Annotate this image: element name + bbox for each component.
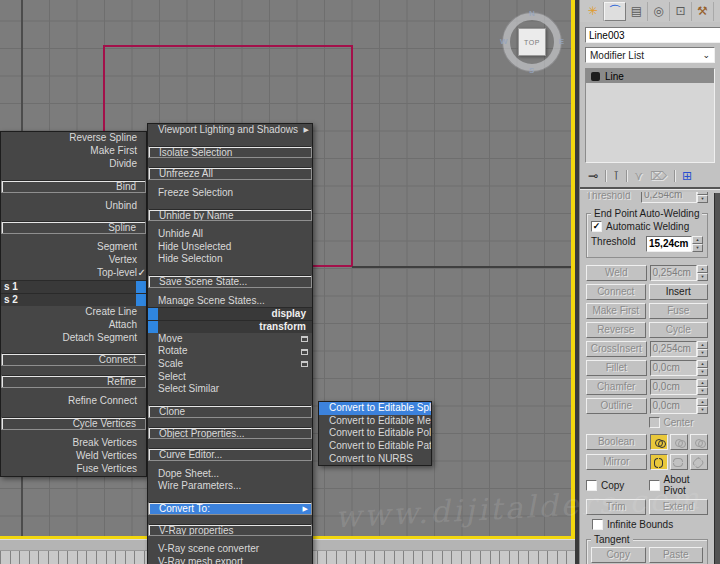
viewcube-compass[interactable]: TOP N S W E (503, 13, 561, 71)
menu-item-cycle-vertices[interactable]: Cycle Vertices (1, 417, 146, 430)
chamfer-button: Chamfer (586, 379, 647, 395)
fillet-spinner: 0,0cm ▲▼ (650, 360, 709, 376)
menu-item-freeze-selection[interactable]: Freeze Selection (148, 187, 312, 200)
menu-item-convert-nurbs[interactable]: Convert to NURBS (319, 453, 431, 466)
menu-item-weld-vertices[interactable]: Weld Vertices (1, 450, 146, 463)
menu-item-scale[interactable]: Scale (148, 358, 312, 371)
modifier-visibility-icon[interactable] (591, 72, 600, 81)
spinner-up-icon[interactable]: ▲ (692, 236, 703, 244)
spinner-down-icon[interactable]: ▼ (692, 244, 703, 252)
menu-item-convert-editable-patch[interactable]: Convert to Editable Patch (319, 440, 431, 453)
menu-item-hide-selection[interactable]: Hide Selection (148, 253, 312, 266)
menu-item-vertex[interactable]: Vertex (1, 254, 146, 267)
menu-item-divide[interactable]: Divide (1, 158, 146, 171)
show-end-result-icon[interactable]: ⊺ (613, 169, 619, 183)
menu-item-bind[interactable]: Bind (1, 180, 146, 193)
geometry-rollout: Threshold 0,254cm ▲▼ End Point Auto-Weld… (580, 190, 720, 564)
settings-box-icon[interactable] (301, 349, 308, 355)
motion-tab-icon[interactable]: ◎ (648, 2, 670, 21)
fuse-button: Fuse (649, 303, 709, 319)
menu-item-hide-unselected[interactable]: Hide Unselected (148, 241, 312, 254)
menu-item-convert-editable-poly[interactable]: Convert to Editable Poly (319, 427, 431, 440)
settings-box-icon[interactable] (301, 361, 308, 367)
infinite-bounds-checkbox[interactable] (592, 519, 603, 530)
end-point-auto-welding-group: End Point Auto-Welding ✓ Automatic Weldi… (586, 213, 708, 258)
menu-item-convert-editable-spline[interactable]: Convert to Editable Spline (319, 402, 431, 415)
tangent-paste-button: Paste (649, 547, 704, 563)
boolean-union-icon[interactable] (650, 434, 668, 450)
automatic-welding-checkbox[interactable]: ✓ (591, 221, 602, 232)
menu-item-unhide-all[interactable]: Unhide All (148, 228, 312, 241)
quad-title-transform: transform (148, 320, 312, 333)
menu-item-refine[interactable]: Refine (1, 375, 146, 388)
trim-button: Trim (586, 499, 646, 515)
viewcube-face-label[interactable]: TOP (518, 28, 546, 56)
hierarchy-tab-icon[interactable]: ▤ (626, 2, 648, 21)
menu-item-segment[interactable]: Segment (1, 241, 146, 254)
menu-item-top-level[interactable]: Top-level✓ (1, 267, 146, 280)
outline-button: Outline (586, 398, 647, 414)
threshold-spinner[interactable]: 15,24cm ▲▼ (646, 236, 703, 252)
menu-item-create-line[interactable]: Create Line (1, 306, 146, 319)
settings-box-icon[interactable] (301, 336, 308, 342)
panel-scrollbar[interactable] (714, 193, 720, 564)
quad-title-tools-2: s 2 (1, 293, 146, 306)
compass-north: N (529, 9, 535, 18)
menu-item-spline[interactable]: Spline (1, 221, 146, 234)
menu-item-vray-scene-converter[interactable]: V-Ray scene converter (148, 543, 312, 556)
menu-item-connect[interactable]: Connect (1, 353, 146, 366)
modifier-stack-item-line[interactable]: Line (586, 69, 714, 83)
weld-button: Weld (586, 265, 647, 281)
menu-item-reverse-spline[interactable]: Reverse Spline (1, 132, 146, 145)
display-tab-icon[interactable]: ⊡ (670, 2, 692, 21)
insert-button[interactable]: Insert (649, 284, 709, 300)
tangent-copy-button: Copy (591, 547, 646, 563)
copy-checkbox[interactable] (586, 480, 597, 491)
modifier-stack[interactable]: Line (585, 68, 715, 163)
menu-item-attach[interactable]: Attach (1, 319, 146, 332)
menu-item-detach-segment[interactable]: Detach Segment (1, 332, 146, 345)
group-title: Tangent (591, 534, 633, 545)
menu-item-object-properties[interactable]: Object Properties... (148, 427, 312, 440)
menu-item-make-first[interactable]: Make First (1, 145, 146, 158)
menu-item-unhide-by-name[interactable]: Unhide by Name (148, 209, 312, 222)
menu-item-unfreeze-all[interactable]: Unfreeze All (148, 167, 312, 180)
menu-item-vray-mesh-export[interactable]: V-Ray mesh export (148, 556, 312, 564)
create-tab-icon[interactable]: ✳ (582, 2, 604, 21)
menu-item-dope-sheet[interactable]: Dope Sheet... (148, 468, 312, 481)
menu-item-wire-parameters[interactable]: Wire Parameters... (148, 480, 312, 493)
convert-to-submenu: Convert to Editable Spline Convert to Ed… (318, 401, 432, 466)
menu-item-break-vertices[interactable]: Break Vertices (1, 437, 146, 450)
weld-spinner: 0,254cm ▲▼ (650, 265, 709, 281)
menu-item-isolate-selection[interactable]: Isolate Selection (148, 146, 312, 159)
menu-item-move[interactable]: Move (148, 333, 312, 346)
extend-button: Extend (649, 499, 709, 515)
menu-item-viewport-lighting[interactable]: Viewport Lighting and Shadows▶ (148, 124, 312, 137)
configure-modifier-sets-icon[interactable]: ⊞ (682, 169, 692, 183)
menu-item-save-scene-state[interactable]: Save Scene State... (148, 275, 312, 288)
spinner-down-icon: ▼ (697, 195, 708, 203)
object-name-input[interactable] (585, 27, 720, 43)
modifier-list-dropdown[interactable]: Modifier List ⌄ (585, 47, 715, 63)
menu-item-select-similar[interactable]: Select Similar (148, 383, 312, 396)
menu-item-manage-scene-states[interactable]: Manage Scene States... (148, 295, 312, 308)
pin-stack-icon[interactable]: ⊸ (588, 169, 598, 183)
about-pivot-checkbox[interactable] (649, 480, 660, 491)
quad-menu-left-column: Reverse Spline Make First Divide Bind Un… (0, 131, 147, 477)
utilities-tab-icon[interactable]: ⚒ (692, 2, 714, 21)
submenu-arrow-icon: ▶ (304, 124, 309, 137)
menu-item-clone[interactable]: Clone (148, 405, 312, 418)
modify-tab-icon[interactable]: ⌒ (604, 2, 626, 21)
menu-item-rotate[interactable]: Rotate (148, 345, 312, 358)
menu-item-refine-connect[interactable]: Refine Connect (1, 395, 146, 408)
menu-item-fuse-vertices[interactable]: Fuse Vertices (1, 463, 146, 476)
toolbar-separator (674, 170, 675, 182)
menu-item-curve-editor[interactable]: Curve Editor... (148, 448, 312, 461)
menu-item-unbind[interactable]: Unbind (1, 200, 146, 213)
mirror-horizontal-icon[interactable] (650, 454, 668, 470)
menu-item-vray-properties[interactable]: V-Ray properties (148, 524, 312, 537)
cycle-button: Cycle (649, 322, 709, 338)
menu-item-convert-editable-mesh[interactable]: Convert to Editable Mesh (319, 415, 431, 428)
menu-item-select[interactable]: Select (148, 371, 312, 384)
menu-item-convert-to[interactable]: Convert To:▶ (148, 502, 312, 515)
